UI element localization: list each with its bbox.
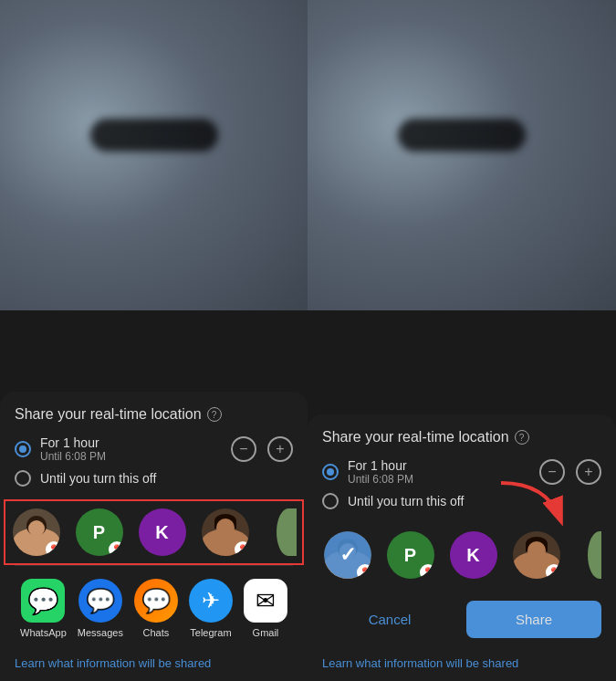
app-item-whatsapp[interactable]: 💬 WhatsApp (20, 579, 67, 638)
radio-inner-1hour (19, 445, 26, 453)
right-learn-link[interactable]: Learn what information will be shared (322, 647, 601, 681)
right-duration-1hour-label: For 1 hour (348, 458, 413, 473)
avatar-2: P 📍 (76, 508, 123, 556)
right-avatar-2: P 📍 (387, 531, 434, 579)
radio-forever[interactable] (15, 470, 31, 487)
avatar-5 (277, 508, 298, 556)
right-location-badge-4: 📍 (546, 564, 560, 579)
right-sheet-title: Share your real-time location ? (322, 429, 601, 445)
right-contact-item-3[interactable]: K (448, 531, 498, 579)
chats-label: Chats (143, 627, 170, 638)
action-row: Cancel Share (322, 588, 601, 647)
contact-item-3[interactable]: K (137, 508, 187, 556)
right-bottom-sheet: Share your real-time location ? For 1 ho… (308, 414, 616, 681)
right-duration-1hour-sublabel: Until 6:08 PM (348, 473, 413, 486)
right-radio-forever[interactable] (322, 493, 339, 509)
location-badge-1: 📍 (46, 541, 60, 556)
right-radio-inner-1hour (327, 468, 334, 476)
avatar-4: 📍 (202, 508, 249, 556)
left-learn-link[interactable]: Learn what information will be shared (15, 647, 293, 681)
gmail-icon: ✉ (244, 579, 287, 623)
messages-label: Messages (78, 627, 123, 638)
left-panel: Share your real-time location ? For 1 ho… (0, 0, 308, 681)
left-duration-options: For 1 hour Until 6:08 PM − + Until you t… (15, 435, 293, 487)
contact-item-2[interactable]: P 📍 (74, 508, 124, 556)
right-contact-item-2[interactable]: P 📍 (385, 531, 435, 579)
red-arrow (492, 474, 574, 538)
right-avatar-3: K (450, 531, 497, 579)
contact-item-1[interactable]: 📍 (11, 508, 61, 556)
right-avatar-5 (588, 531, 602, 579)
right-radio-1hour[interactable] (322, 464, 339, 480)
chats-icon: 💬 (134, 579, 178, 623)
share-button[interactable]: Share (466, 601, 601, 638)
gmail-label: Gmail (253, 627, 279, 638)
duration-forever-label: Until you turn this off (40, 471, 156, 486)
app-item-telegram[interactable]: ✈ Telegram (189, 579, 233, 638)
app-item-gmail[interactable]: ✉ Gmail (244, 579, 287, 638)
telegram-label: Telegram (190, 627, 231, 638)
contact-item-4[interactable]: 📍 (200, 508, 250, 556)
radio-1hour[interactable] (15, 441, 31, 457)
cancel-button[interactable]: Cancel (322, 601, 457, 638)
blurred-location-label (90, 119, 218, 152)
right-blurred-label (398, 119, 526, 152)
app-row: 💬 WhatsApp 💬 Messages 💬 Chats ✈ (15, 565, 293, 647)
right-contact-item-4[interactable]: 📍 (511, 531, 561, 579)
right-location-badge-1: 📍 (357, 564, 371, 579)
location-badge-2: 📍 (109, 541, 123, 556)
duration-1hour-sublabel: Until 6:08 PM (40, 450, 106, 463)
right-avatar-4: 📍 (513, 531, 560, 579)
left-bottom-sheet: Share your real-time location ? For 1 ho… (0, 392, 308, 681)
telegram-icon: ✈ (189, 579, 233, 623)
whatsapp-icon: 💬 (21, 579, 65, 623)
duration-controls: − + (231, 436, 293, 462)
right-panel: Share your real-time location ? For 1 ho… (308, 0, 616, 681)
increase-duration-button[interactable]: + (267, 436, 293, 462)
map-background (0, 0, 308, 310)
location-badge-4: 📍 (235, 541, 249, 556)
app-item-chats[interactable]: 💬 Chats (134, 579, 178, 638)
app-item-messages[interactable]: 💬 Messages (78, 579, 123, 638)
left-contacts-row: 📍 P 📍 K (11, 499, 297, 565)
right-contact-item-5[interactable] (574, 531, 601, 579)
duration-row-forever[interactable]: Until you turn this off (15, 470, 293, 487)
right-info-icon[interactable]: ? (515, 430, 529, 445)
right-location-badge-2: 📍 (420, 564, 434, 579)
contacts-section: 📍 P 📍 K (11, 499, 297, 565)
right-increase-duration-button[interactable]: + (576, 459, 601, 485)
right-map-background (308, 0, 616, 310)
messages-icon: 💬 (78, 579, 122, 623)
left-sheet-title: Share your real-time location ? (15, 406, 293, 423)
right-contact-item-1[interactable]: ✓ 📍 (322, 531, 372, 579)
whatsapp-label: WhatsApp (20, 627, 67, 638)
info-icon[interactable]: ? (207, 407, 222, 422)
duration-1hour-label: For 1 hour (40, 435, 106, 450)
duration-row-1hour[interactable]: For 1 hour Until 6:08 PM − + (15, 435, 293, 463)
right-duration-forever-label: Until you turn this off (348, 494, 464, 508)
decrease-duration-button[interactable]: − (231, 436, 256, 462)
right-avatar-1: ✓ 📍 (324, 531, 371, 579)
avatar-1: 📍 (13, 508, 60, 556)
contact-item-5[interactable] (263, 508, 297, 556)
avatar-3: K (139, 508, 186, 556)
